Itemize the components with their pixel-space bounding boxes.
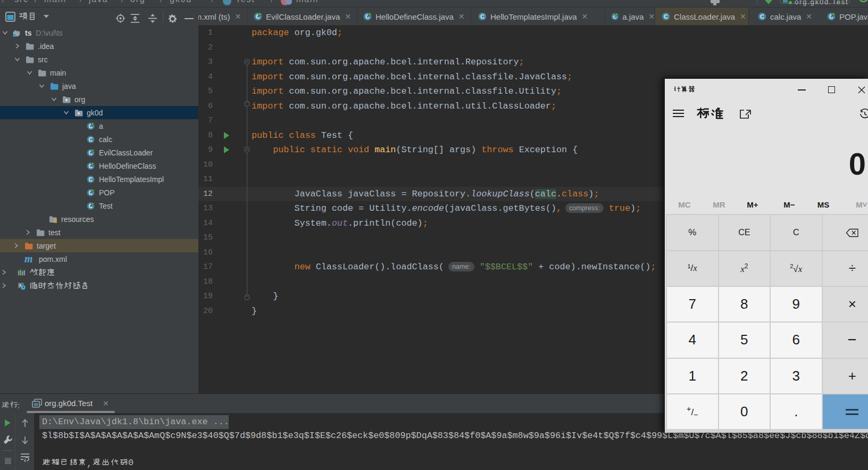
svg-text:C: C bbox=[480, 13, 485, 20]
svg-text:C: C bbox=[664, 13, 668, 20]
svg-text:C: C bbox=[89, 136, 93, 142]
svg-text:C: C bbox=[89, 176, 93, 182]
svg-text:C: C bbox=[760, 13, 764, 20]
